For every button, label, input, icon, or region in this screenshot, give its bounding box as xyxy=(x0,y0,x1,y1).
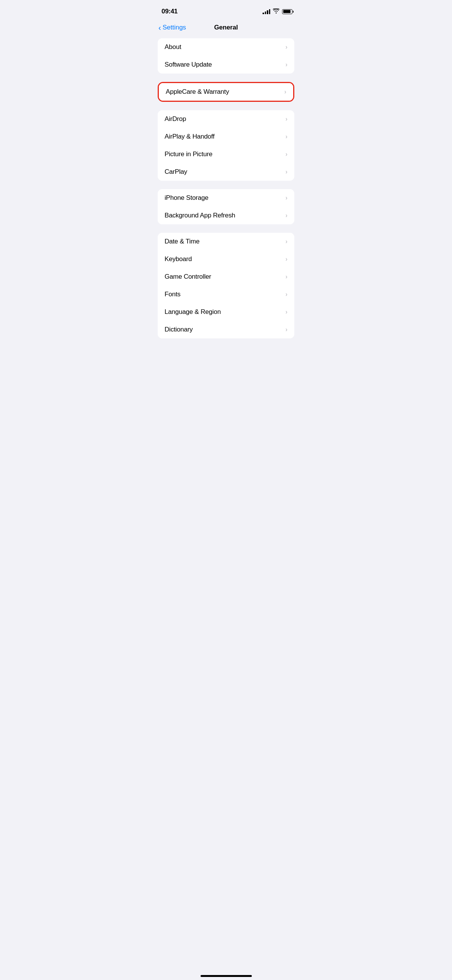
date-time-chevron-icon: › xyxy=(286,238,287,245)
picture-in-picture-chevron-icon: › xyxy=(286,151,287,157)
dictionary-chevron-icon: › xyxy=(286,327,287,333)
date-time-label: Date & Time xyxy=(165,238,199,245)
about-chevron-icon: › xyxy=(286,44,287,50)
list-item-about[interactable]: About › xyxy=(158,38,294,56)
list-item-airplay-handoff[interactable]: AirPlay & Handoff › xyxy=(158,128,294,145)
fonts-chevron-icon: › xyxy=(286,291,287,297)
background-app-refresh-label: Background App Refresh xyxy=(165,212,235,219)
keyboard-chevron-icon: › xyxy=(286,256,287,262)
dictionary-label: Dictionary xyxy=(165,326,193,333)
airplay-handoff-label: AirPlay & Handoff xyxy=(165,133,214,140)
section-group-2: AirDrop › AirPlay & Handoff › Picture in… xyxy=(158,110,294,181)
list-item-language-region[interactable]: Language & Region › xyxy=(158,303,294,321)
list-item-iphone-storage[interactable]: iPhone Storage › xyxy=(158,189,294,207)
airdrop-label: AirDrop xyxy=(165,115,186,123)
section-group-applecare: AppleCare & Warranty › xyxy=(158,82,294,102)
wifi-icon xyxy=(273,8,279,15)
list-item-background-app-refresh[interactable]: Background App Refresh › xyxy=(158,207,294,224)
section-group-3: iPhone Storage › Background App Refresh … xyxy=(158,189,294,224)
status-icons xyxy=(263,8,294,15)
picture-in-picture-label: Picture in Picture xyxy=(165,150,212,158)
list-item-dictionary[interactable]: Dictionary › xyxy=(158,321,294,338)
airdrop-chevron-icon: › xyxy=(286,116,287,122)
carplay-chevron-icon: › xyxy=(286,169,287,175)
airplay-handoff-chevron-icon: › xyxy=(286,134,287,140)
iphone-storage-chevron-icon: › xyxy=(286,195,287,201)
status-bar: 09:41 xyxy=(151,0,301,21)
status-time: 09:41 xyxy=(162,8,178,15)
list-item-game-controller[interactable]: Game Controller › xyxy=(158,268,294,286)
game-controller-chevron-icon: › xyxy=(286,274,287,280)
list-item-date-time[interactable]: Date & Time › xyxy=(158,233,294,250)
applecare-warranty-chevron-icon: › xyxy=(284,89,286,95)
list-item-keyboard[interactable]: Keyboard › xyxy=(158,250,294,268)
battery-icon xyxy=(282,9,294,14)
language-region-label: Language & Region xyxy=(165,308,221,316)
background-app-refresh-chevron-icon: › xyxy=(286,212,287,219)
about-label: About xyxy=(165,43,181,51)
section-group-4: Date & Time › Keyboard › Game Controller… xyxy=(158,233,294,338)
list-item-picture-in-picture[interactable]: Picture in Picture › xyxy=(158,145,294,163)
list-item-airdrop[interactable]: AirDrop › xyxy=(158,110,294,128)
software-update-label: Software Update xyxy=(165,61,212,69)
iphone-storage-label: iPhone Storage xyxy=(165,194,208,202)
applecare-warranty-label: AppleCare & Warranty xyxy=(166,88,229,96)
carplay-label: CarPlay xyxy=(165,168,187,176)
software-update-chevron-icon: › xyxy=(286,62,287,68)
list-item-software-update[interactable]: Software Update › xyxy=(158,56,294,74)
fonts-label: Fonts xyxy=(165,291,181,298)
list-item-applecare-warranty[interactable]: AppleCare & Warranty › xyxy=(159,83,293,101)
page-title: General xyxy=(214,24,238,31)
section-group-1: About › Software Update › xyxy=(158,38,294,74)
content-area: About › Software Update › AppleCare & Wa… xyxy=(151,36,301,349)
signal-icon xyxy=(263,9,270,14)
back-chevron-icon: ‹ xyxy=(158,24,161,31)
language-region-chevron-icon: › xyxy=(286,309,287,315)
list-item-carplay[interactable]: CarPlay › xyxy=(158,163,294,181)
back-label: Settings xyxy=(163,24,186,31)
back-button[interactable]: ‹ Settings xyxy=(158,24,186,31)
game-controller-label: Game Controller xyxy=(165,273,211,281)
nav-header: ‹ Settings General xyxy=(151,21,301,36)
list-item-fonts[interactable]: Fonts › xyxy=(158,286,294,303)
keyboard-label: Keyboard xyxy=(165,255,192,263)
